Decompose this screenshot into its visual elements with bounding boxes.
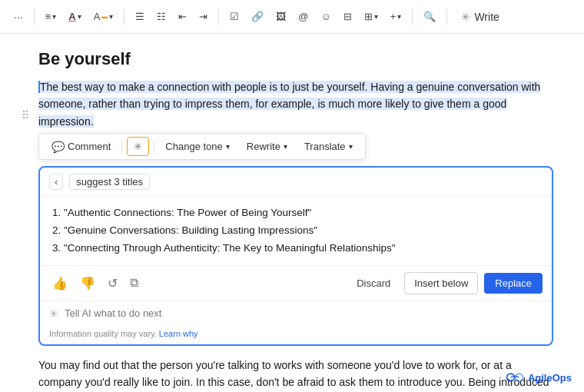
mention-button[interactable]: @ <box>294 8 313 25</box>
rewrite-button[interactable]: Rewrite ▾ <box>241 138 294 155</box>
tell-ai-sparkle-icon: ✳ <box>49 307 58 320</box>
comment-icon: 💬 <box>51 141 65 153</box>
comment-button[interactable]: 💬 Comment <box>45 138 117 156</box>
list-ol-icon: ☷ <box>157 11 166 22</box>
chevron-down-icon: ▾ <box>397 12 401 21</box>
suggestion-item-1: 1. "Authentic Connections: The Power of … <box>52 204 539 222</box>
search-icon: 🔍 <box>423 11 436 22</box>
ai-panel-header: ‹ suggest 3 titles <box>40 168 552 197</box>
comment-label: Comment <box>68 141 111 152</box>
columns-button[interactable]: ⊟ <box>339 8 357 25</box>
insert-below-button[interactable]: Insert below <box>404 272 478 294</box>
mention-icon: @ <box>298 11 308 22</box>
paragraph-style-button[interactable]: ≡ ▾ <box>41 8 61 25</box>
main-toolbar: ··· ≡ ▾ A ▾ A ▬ ▾ ☰ ☷ ⇤ ⇥ ☑ 🔗 🖼 @ ☺ <box>0 0 584 34</box>
write-button[interactable]: ✳ Write <box>453 8 506 26</box>
search-button[interactable]: 🔍 <box>419 8 440 25</box>
tell-ai-input[interactable] <box>65 307 543 319</box>
chevron-down-icon: ▾ <box>78 12 81 21</box>
suggestion-item-2: 2. "Genuine Conversations: Building Last… <box>52 222 539 240</box>
toolbar-divider-4 <box>412 9 413 25</box>
indent-icon: ⇤ <box>178 11 187 22</box>
thumbs-down-button[interactable]: 👎 <box>77 274 98 292</box>
retry-button[interactable]: ↺ <box>105 274 121 292</box>
page-title: Be yourself <box>38 49 553 69</box>
prompt-tag: suggest 3 titles <box>69 174 150 190</box>
insert-plus-button[interactable]: + ▾ <box>386 8 406 25</box>
more-options-button[interactable]: ··· <box>9 8 28 26</box>
chevron-down-icon: ▾ <box>52 12 56 21</box>
bottom-paragraph: You may find out that the person you're … <box>38 357 553 392</box>
link-icon: 🔗 <box>251 11 264 22</box>
inline-toolbar: 💬 Comment ✳ Change tone ▾ Rewrite ▾ Tran… <box>38 133 366 160</box>
info-row: Information quality may vary. Learn why <box>40 326 552 344</box>
sparkle-icon: ✳ <box>461 11 470 23</box>
highlight-button[interactable]: A ▬ ▾ <box>89 8 118 25</box>
toolbar-divider-2 <box>124 9 124 25</box>
text-color-button[interactable]: A ▾ <box>64 8 85 25</box>
more-icon: ··· <box>14 11 23 23</box>
suggestion-item-3: 3. "Connecting Through Authenticity: The… <box>52 240 539 257</box>
emoji-button[interactable]: ☺ <box>317 8 336 25</box>
inline-tb-divider-1 <box>121 140 122 154</box>
brand-name: AgileOps <box>528 372 572 384</box>
branding: AgileOps <box>506 369 572 386</box>
bullet-list-button[interactable]: ☰ <box>131 8 149 25</box>
learn-why-link[interactable]: Learn why <box>159 329 198 338</box>
drag-handle[interactable]: ⠿ <box>22 109 29 121</box>
sparkle-icon: ✳ <box>134 141 142 152</box>
action-buttons: Discard Insert below Replace <box>349 272 543 294</box>
content-area: ⠿ Be yourself The best way to make a con… <box>0 34 584 392</box>
list-ul-icon: ☰ <box>135 11 144 22</box>
indent-button[interactable]: ⇤ <box>174 8 191 25</box>
ai-action-button[interactable]: ✳ <box>127 137 149 156</box>
outdent-icon: ⇥ <box>199 11 207 22</box>
chevron-down-icon: ▾ <box>374 12 378 21</box>
plus-icon: + <box>390 11 397 22</box>
discard-button[interactable]: Discard <box>349 273 398 294</box>
outdent-button[interactable]: ⇥ <box>194 8 212 25</box>
rewrite-label: Rewrite <box>247 141 280 152</box>
translate-label: Translate <box>304 141 346 152</box>
paragraph-icon: ≡ <box>45 11 51 22</box>
info-text: Information quality may vary. <box>49 329 157 338</box>
copy-button[interactable]: ⧉ <box>127 274 141 291</box>
toolbar-divider-5 <box>446 9 447 25</box>
back-arrow-icon: ‹ <box>55 176 58 188</box>
chevron-down-icon: ▾ <box>349 142 353 151</box>
inline-tb-divider-2 <box>154 140 154 154</box>
thumbs-up-button[interactable]: 👍 <box>49 274 71 292</box>
table-button[interactable]: ⊞ ▾ <box>360 8 383 25</box>
back-button[interactable]: ‹ <box>49 174 63 190</box>
chevron-down-icon: ▾ <box>109 12 113 21</box>
tell-ai-row: ✳ <box>40 301 552 326</box>
selected-paragraph-block: The best way to make a connection with p… <box>38 78 553 160</box>
toolbar-divider-3 <box>218 9 219 25</box>
highlight-icon: A <box>94 11 101 22</box>
link-button[interactable]: 🔗 <box>247 8 268 25</box>
columns-icon: ⊟ <box>343 11 352 22</box>
emoji-icon: ☺ <box>321 11 331 22</box>
image-icon: 🖼 <box>276 11 286 22</box>
write-label: Write <box>474 11 499 23</box>
translate-button[interactable]: Translate ▾ <box>298 138 359 155</box>
chevron-down-icon: ▾ <box>284 142 287 151</box>
ordered-list-button[interactable]: ☷ <box>152 8 171 25</box>
image-button[interactable]: 🖼 <box>271 8 290 25</box>
change-tone-label: Change tone <box>165 141 222 152</box>
checkbox-button[interactable]: ☑ <box>225 8 244 25</box>
table-icon: ⊞ <box>364 11 373 22</box>
agileops-logo-icon <box>506 369 523 386</box>
feedback-buttons: 👍 👎 ↺ ⧉ <box>49 274 141 292</box>
action-row: 👍 👎 ↺ ⧉ Discard Insert below Replace <box>40 265 552 301</box>
text-color-icon: A <box>68 11 75 22</box>
replace-button[interactable]: Replace <box>484 273 543 294</box>
ai-panel: ‹ suggest 3 titles 1. "Authentic Connect… <box>38 166 553 346</box>
selected-text: The best way to make a connection with p… <box>38 81 540 128</box>
checkbox-icon: ☑ <box>230 11 239 22</box>
toolbar-divider-1 <box>34 9 35 25</box>
chevron-down-icon: ▾ <box>226 142 230 151</box>
change-tone-button[interactable]: Change tone ▾ <box>159 138 235 155</box>
suggestions-list: 1. "Authentic Connections: The Power of … <box>40 197 552 265</box>
